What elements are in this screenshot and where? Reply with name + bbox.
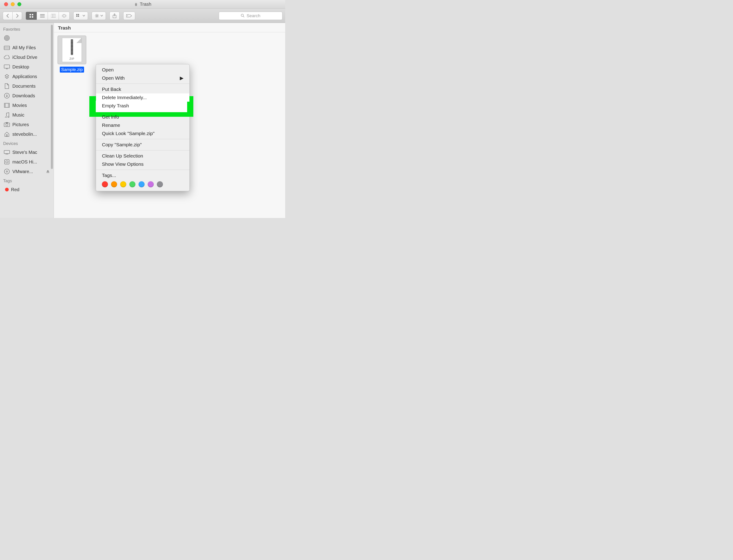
sidebar-item-disc[interactable]: VMware... — [2, 167, 54, 176]
toolbar: Search — [0, 9, 285, 23]
trash-icon — [134, 2, 138, 7]
sidebar-item-home[interactable]: stevebolin... — [2, 129, 54, 139]
share-icon — [112, 14, 117, 18]
menu-item-delete-immediately[interactable]: Delete Immediately... — [96, 93, 189, 102]
menu-item-tags[interactable]: Tags... — [96, 171, 189, 179]
menu-item-rename[interactable]: Rename — [96, 121, 189, 129]
menu-item-get-info[interactable]: Get Info — [96, 113, 189, 121]
sidebar-item-label: Music — [12, 112, 24, 118]
tag-gray[interactable] — [157, 181, 163, 187]
chevron-down-icon — [101, 15, 103, 16]
svg-rect-5 — [63, 14, 65, 17]
eject-icon[interactable] — [46, 170, 49, 173]
downloads-icon — [4, 93, 10, 98]
menu-item-empty-trash[interactable]: Empty Trash — [96, 102, 189, 110]
documents-icon — [4, 83, 10, 89]
svg-point-22 — [6, 124, 8, 126]
svg-point-12 — [127, 15, 128, 16]
sidebar-item-pictures[interactable]: Pictures — [2, 120, 54, 129]
sidebar-item-all-my-files[interactable]: All My Files — [2, 43, 54, 52]
menu-item-clean-up[interactable]: Clean Up Selection — [96, 152, 189, 160]
svg-rect-7 — [78, 14, 79, 15]
menu-item-view-options[interactable]: Show View Options — [96, 160, 189, 168]
menu-item-open[interactable]: Open — [96, 66, 189, 74]
search-field[interactable]: Search — [219, 12, 282, 20]
file-icon: ZIP — [57, 35, 86, 64]
tag-green[interactable] — [129, 181, 135, 187]
sidebar-item-label: Pictures — [12, 122, 29, 127]
sidebar-item-tag-red[interactable]: Red — [2, 185, 54, 194]
grid-dropdown-icon — [76, 14, 81, 18]
menu-item-open-with[interactable]: Open With ▶ — [96, 74, 189, 82]
menu-item-copy[interactable]: Copy "Sample.zip" — [96, 141, 189, 149]
sidebar-item-label: Red — [11, 187, 19, 192]
svg-rect-17 — [4, 46, 10, 50]
file-name-label[interactable]: Sample.zip — [60, 67, 84, 73]
action-button[interactable] — [92, 12, 106, 20]
tag-color-dot — [5, 188, 9, 191]
svg-rect-6 — [76, 14, 77, 15]
sidebar-item-music[interactable]: Music — [2, 110, 54, 120]
tag-red[interactable] — [102, 181, 108, 187]
disk-icon — [4, 159, 10, 165]
sidebar: Favorites All My Files iCloud Drive Desk… — [0, 23, 54, 218]
svg-point-29 — [6, 171, 8, 172]
svg-rect-9 — [78, 16, 79, 17]
tags-button[interactable] — [123, 12, 135, 20]
svg-point-13 — [241, 14, 243, 16]
menu-item-put-back[interactable]: Put Back — [96, 85, 189, 93]
view-list-button[interactable] — [37, 12, 48, 20]
search-icon — [241, 14, 245, 18]
sidebar-heading-favorites: Favorites — [3, 27, 54, 32]
sidebar-item-label: VMware... — [12, 169, 33, 174]
sidebar-item-documents[interactable]: Documents — [2, 81, 54, 91]
tag-yellow[interactable] — [120, 181, 126, 187]
tag-blue[interactable] — [139, 181, 144, 187]
svg-rect-1 — [32, 14, 33, 15]
menu-separator — [96, 139, 189, 139]
svg-point-15 — [5, 36, 8, 40]
minimize-window-button[interactable] — [11, 2, 15, 6]
context-menu: Open Open With ▶ Put Back Delete Immedia… — [96, 64, 190, 191]
sidebar-item-desktop[interactable]: Desktop — [2, 62, 54, 72]
nav-buttons — [3, 12, 22, 20]
forward-button[interactable] — [12, 12, 22, 20]
svg-rect-8 — [76, 16, 77, 17]
svg-point-10 — [96, 15, 98, 16]
close-window-button[interactable] — [4, 2, 8, 6]
sidebar-scrollbar[interactable] — [51, 25, 53, 169]
sidebar-item-icloud-drive[interactable]: iCloud Drive — [2, 52, 54, 62]
zoom-window-button[interactable] — [17, 2, 21, 6]
music-icon — [4, 112, 10, 118]
back-button[interactable] — [3, 12, 12, 20]
file-type-label: ZIP — [69, 57, 74, 60]
sidebar-item-computer[interactable]: Steve's Mac — [2, 147, 54, 157]
svg-rect-24 — [6, 135, 7, 136]
arrange-button[interactable] — [73, 12, 88, 20]
view-columns-button[interactable] — [48, 12, 59, 20]
sidebar-item-movies[interactable]: Movies — [2, 101, 54, 110]
computer-icon — [4, 150, 10, 155]
menu-item-quick-look[interactable]: Quick Look "Sample.zip" — [96, 129, 189, 138]
tag-purple[interactable] — [148, 181, 154, 187]
window-title-text: Trash — [140, 2, 151, 7]
sidebar-item-airdrop[interactable] — [2, 33, 54, 43]
sidebar-item-label: Downloads — [12, 93, 35, 98]
tag-orange[interactable] — [111, 181, 117, 187]
svg-rect-3 — [32, 16, 33, 18]
sidebar-item-label: All My Files — [12, 45, 36, 50]
sidebar-item-label: stevebolin... — [12, 132, 37, 137]
file-item[interactable]: ZIP Sample.zip — [57, 35, 87, 73]
sidebar-item-downloads[interactable]: Downloads — [2, 91, 54, 101]
movies-icon — [4, 103, 10, 108]
share-button[interactable] — [109, 12, 120, 20]
svg-rect-4 — [51, 14, 56, 18]
submenu-arrow-icon: ▶ — [180, 75, 183, 81]
svg-rect-18 — [4, 65, 10, 68]
view-icons-button[interactable] — [26, 12, 37, 20]
sidebar-item-disk[interactable]: macOS Hi... — [2, 157, 54, 167]
svg-rect-20 — [4, 103, 9, 107]
view-coverflow-button[interactable] — [59, 12, 70, 20]
svg-rect-2 — [30, 16, 31, 18]
sidebar-item-applications[interactable]: Applications — [2, 72, 54, 81]
